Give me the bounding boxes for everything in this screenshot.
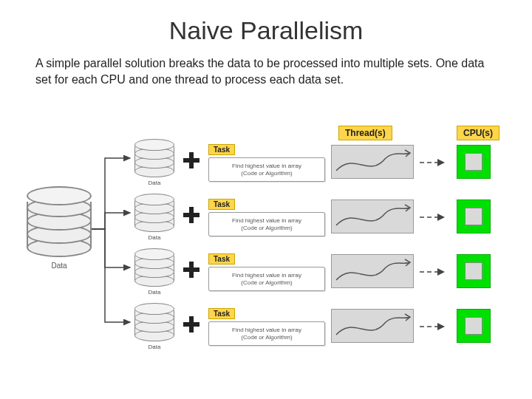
thread-to-cpu-arrow: [417, 319, 452, 334]
data-subset-cylinder: Data: [134, 195, 174, 241]
cpu-die: [465, 208, 482, 225]
plus-icon: [183, 262, 200, 278]
plus-icon: [183, 152, 200, 168]
task-label: Task: [208, 308, 235, 319]
plus-icon: [183, 316, 200, 332]
thread-to-cpu-arrow: [417, 155, 452, 170]
task-description-box: Find highest value in array (Code or Alg…: [208, 157, 325, 182]
cpu-box: [457, 145, 491, 179]
data-subset-label: Data: [134, 234, 174, 241]
task-group: Task Find highest value in array (Code o…: [208, 306, 325, 346]
data-subset-label: Data: [134, 289, 174, 296]
task-description-box: Find highest value in array (Code or Alg…: [208, 267, 325, 291]
task-label: Task: [208, 144, 235, 155]
task-group: Task Find highest value in array (Code o…: [208, 197, 325, 236]
thread-to-cpu-arrow: [417, 265, 452, 279]
cpu-die: [465, 153, 482, 171]
cpu-die: [465, 317, 482, 335]
task-description-box: Find highest value in array (Code or Alg…: [208, 212, 325, 236]
cpu-box: [457, 200, 491, 233]
task-group: Task Find highest value in array (Code o…: [208, 142, 325, 182]
slide-title: Naive Parallelism: [0, 16, 532, 45]
data-subset-cylinder: Data: [134, 140, 174, 186]
cpu-box: [457, 254, 491, 288]
task-group: Task Find highest value in array (Code o…: [208, 251, 325, 291]
cpu-box: [457, 309, 491, 343]
diagram-canvas: Thread(s) CPU(s) Data: [0, 126, 532, 399]
plus-icon: [183, 207, 200, 223]
threads-header: Thread(s): [338, 126, 392, 140]
data-subset-cylinder: Data: [134, 304, 174, 350]
thread-box: [331, 145, 414, 179]
task-description-box: Find highest value in array (Code or Alg…: [208, 321, 325, 346]
thread-to-cpu-arrow: [417, 210, 452, 225]
data-subset-cylinder: Data: [134, 250, 174, 296]
task-label: Task: [208, 253, 235, 265]
thread-box: [331, 200, 414, 233]
big-data-cylinder: Data: [27, 192, 92, 270]
task-label: Task: [208, 199, 235, 210]
cpu-die: [465, 262, 482, 280]
cpus-header: CPU(s): [457, 126, 499, 140]
thread-box: [331, 309, 414, 343]
thread-box: [331, 254, 414, 288]
data-subset-label: Data: [134, 180, 174, 186]
slide-description: A simple parallel solution breaks the da…: [35, 55, 497, 87]
big-data-label: Data: [27, 262, 92, 270]
data-subset-label: Data: [134, 344, 174, 350]
